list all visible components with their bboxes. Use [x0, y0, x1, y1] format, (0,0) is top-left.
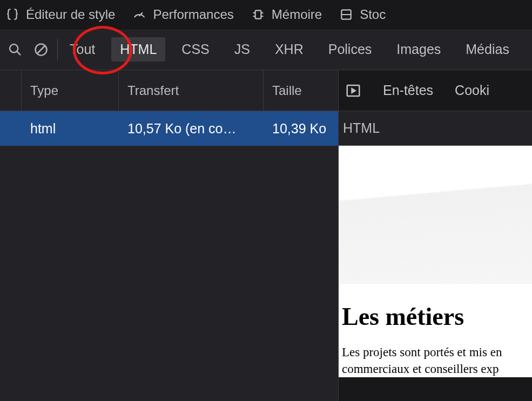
filter-media[interactable]: Médias [457, 37, 518, 62]
tab-performance-label: Performances [153, 7, 233, 22]
preview-paragraph: Les projets sont portés et mis en commer… [342, 344, 532, 377]
row-size-cell: 10,39 Ko [264, 121, 338, 137]
detail-tab-headers[interactable]: En-têtes [383, 83, 433, 98]
tab-storage[interactable]: Stoc [339, 7, 386, 22]
filter-xhr[interactable]: XHR [266, 37, 312, 62]
network-filter-bar: Tout HTML CSS JS XHR Polices Images Médi… [0, 29, 532, 70]
row-transfer-cell: 10,57 Ko (en co… [119, 121, 264, 137]
filter-all[interactable]: Tout [61, 37, 104, 62]
play-box-icon [345, 83, 361, 99]
request-table-header: Type Transfert Taille [0, 70, 338, 111]
clear-button[interactable] [28, 42, 54, 57]
preview-hero [339, 146, 532, 284]
storage-icon [339, 8, 353, 22]
braces-icon [5, 8, 19, 22]
detail-tabs: En-têtes Cooki [339, 70, 532, 111]
filter-fonts[interactable]: Polices [320, 37, 381, 62]
filter-css[interactable]: CSS [173, 37, 218, 62]
svg-rect-0 [255, 10, 261, 18]
block-icon [33, 42, 49, 57]
tab-memory[interactable]: Mémoire [251, 7, 322, 22]
filter-html[interactable]: HTML [111, 37, 165, 62]
col-transfer-header[interactable]: Transfert [119, 70, 264, 111]
detail-body: HTML Les métiers Les projets sont portés… [339, 111, 532, 377]
gauge-icon [132, 8, 146, 22]
preview-heading: Les métiers [342, 302, 532, 331]
tab-style-editor[interactable]: Éditeur de style [5, 7, 115, 22]
toolbar-separator [57, 39, 58, 60]
response-preview[interactable]: Les métiers Les projets sont portés et m… [339, 146, 532, 377]
main-split: Type Transfert Taille html 10,57 Ko (en … [0, 70, 532, 401]
detail-title: HTML [339, 111, 532, 146]
search-button[interactable] [2, 42, 28, 57]
col-size-header[interactable]: Taille [264, 70, 338, 111]
tab-performance[interactable]: Performances [132, 7, 233, 22]
tab-style-editor-label: Éditeur de style [26, 7, 115, 22]
request-detail-pane: En-têtes Cooki HTML Les métiers Les proj… [338, 70, 532, 401]
filter-buttons: Tout HTML CSS JS XHR Polices Images Médi… [61, 37, 518, 62]
filter-images[interactable]: Images [388, 37, 449, 62]
col-type-header[interactable]: Type [22, 70, 119, 111]
chip-icon [251, 8, 265, 22]
tab-memory-label: Mémoire [272, 7, 322, 22]
toggle-raw-button[interactable] [345, 83, 361, 99]
row-type-cell: html [22, 121, 119, 137]
filter-js[interactable]: JS [226, 37, 259, 62]
table-row[interactable]: html 10,57 Ko (en co… 10,39 Ko [0, 111, 338, 146]
tab-storage-label: Stoc [360, 7, 386, 22]
search-icon [8, 42, 23, 57]
col-status[interactable] [0, 70, 22, 111]
devtools-top-tabs: Éditeur de style Performances Mémoire St… [0, 0, 532, 29]
detail-tab-cookies[interactable]: Cooki [455, 83, 489, 98]
request-list-pane: Type Transfert Taille html 10,57 Ko (en … [0, 70, 338, 401]
